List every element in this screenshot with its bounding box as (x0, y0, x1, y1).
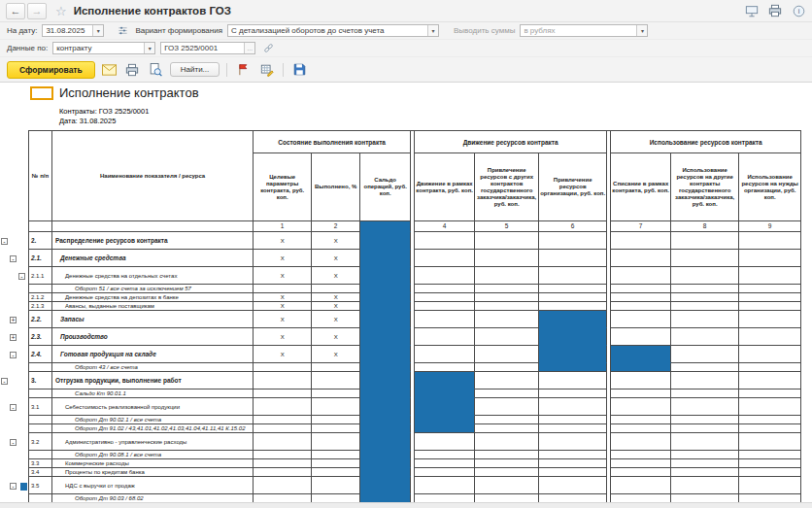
cell[interactable]: X (312, 311, 360, 328)
cell[interactable] (360, 416, 411, 424)
cell[interactable] (415, 293, 475, 302)
cell-num[interactable]: 2.1.3 (29, 302, 52, 311)
cell[interactable] (415, 372, 475, 389)
cell-num[interactable] (29, 389, 52, 398)
cell[interactable]: X (254, 232, 312, 250)
cell[interactable] (671, 363, 739, 372)
cell[interactable] (312, 433, 360, 451)
col-group-header[interactable]: Использование ресурсов контракта (611, 130, 801, 153)
cell[interactable] (475, 477, 539, 494)
sums-dropdown-button[interactable]: ▾ (636, 25, 647, 36)
col-header[interactable]: Выполнено, % (312, 153, 360, 221)
cell[interactable] (611, 302, 671, 311)
cell[interactable] (671, 468, 739, 477)
cell[interactable] (611, 267, 671, 285)
find-button[interactable]: Найти... (170, 62, 220, 77)
cell[interactable] (539, 372, 607, 389)
active-cell-cursor[interactable] (30, 86, 53, 100)
col-number[interactable]: 6 (539, 221, 607, 232)
cell[interactable]: X (312, 346, 360, 363)
cell[interactable] (360, 433, 411, 451)
cell[interactable] (415, 468, 475, 477)
cell[interactable]: X (254, 311, 312, 328)
cell-num[interactable]: 2. (29, 232, 52, 250)
cell[interactable] (312, 416, 360, 424)
cell[interactable] (671, 311, 739, 328)
mail-button[interactable] (100, 60, 118, 79)
cell[interactable] (611, 363, 671, 372)
cell[interactable] (312, 389, 360, 398)
cell[interactable] (254, 389, 312, 398)
cell[interactable] (360, 477, 411, 494)
cell[interactable] (360, 389, 411, 398)
cell[interactable] (415, 311, 475, 328)
date-input[interactable]: 31.08.2025 ▾ (42, 24, 104, 37)
tree-expand-toggle[interactable]: + (10, 317, 17, 323)
cell-name[interactable]: Коммерческие расходы (52, 459, 254, 468)
tree-collapse-toggle[interactable]: - (18, 273, 25, 280)
monitor-icon[interactable] (744, 4, 760, 18)
cell[interactable] (360, 328, 411, 346)
edit-table-button[interactable] (257, 60, 276, 79)
cell[interactable] (254, 363, 312, 372)
cell[interactable]: X (254, 328, 312, 346)
cell-name[interactable]: Оборот Дт 91.02 / 43,41.01,41.02,41.03,4… (52, 424, 254, 433)
cell-name[interactable]: Оборот Дт 90.08.1 / все счета (52, 451, 254, 459)
cell-name[interactable]: Денежные средства на отдельных счетах (52, 267, 254, 285)
horizontal-scrollbar[interactable] (0, 502, 812, 508)
cell[interactable] (254, 433, 312, 451)
cell-name[interactable]: Проценты по кредитам банка (52, 468, 254, 477)
cell[interactable] (739, 433, 801, 451)
col-number[interactable]: 4 (415, 221, 475, 232)
cell-name[interactable]: Денежные средства на депозитах в банке (52, 293, 254, 302)
tree-collapse-toggle[interactable]: - (10, 404, 17, 411)
cell[interactable] (475, 293, 539, 302)
cell[interactable] (360, 232, 411, 250)
cell-num[interactable]: 2.4. (29, 346, 52, 363)
cell[interactable] (671, 477, 739, 494)
cell[interactable]: X (254, 267, 312, 285)
variant-select[interactable]: С детализацией оборотов до счетов учета … (227, 24, 439, 37)
cell-num[interactable]: 2.2. (29, 311, 52, 328)
cell[interactable] (360, 267, 411, 285)
cell[interactable] (475, 468, 539, 477)
cell[interactable] (739, 451, 801, 459)
cell[interactable] (360, 285, 411, 293)
cell[interactable] (739, 328, 801, 346)
cell[interactable]: X (312, 232, 360, 250)
cell[interactable] (539, 363, 607, 372)
cell[interactable] (254, 372, 312, 389)
cell-name[interactable]: Себестоимость реализованной продукции (52, 398, 254, 416)
cell[interactable] (360, 293, 411, 302)
cell[interactable] (415, 398, 475, 416)
cell[interactable] (539, 389, 607, 398)
cell-num[interactable]: 2.1.1 (29, 267, 52, 285)
cell[interactable] (360, 363, 411, 372)
cell[interactable] (739, 232, 801, 250)
cell[interactable] (312, 372, 360, 389)
cell[interactable] (415, 451, 475, 459)
cell[interactable] (539, 433, 607, 451)
cell[interactable] (611, 346, 671, 363)
cell[interactable] (360, 372, 411, 389)
cell[interactable] (415, 302, 475, 311)
cell-name[interactable]: НДС с выручки от продаж (52, 477, 254, 494)
cell[interactable] (312, 285, 360, 293)
col-number[interactable]: 7 (611, 221, 671, 232)
cell[interactable] (739, 416, 801, 424)
cell[interactable] (539, 346, 607, 363)
cell[interactable] (671, 416, 739, 424)
cell[interactable] (739, 424, 801, 433)
cell[interactable] (360, 468, 411, 477)
cell[interactable] (415, 346, 475, 363)
cell[interactable] (739, 267, 801, 285)
cell-num[interactable] (29, 451, 52, 459)
cell[interactable] (415, 424, 475, 433)
cell[interactable] (539, 477, 607, 494)
cell-name[interactable]: Отгрузка продукции, выполнение работ (52, 372, 254, 389)
cell[interactable] (739, 459, 801, 468)
cell[interactable]: X (312, 293, 360, 302)
save-button[interactable] (290, 60, 309, 79)
cell[interactable] (475, 372, 539, 389)
cell[interactable] (611, 477, 671, 494)
